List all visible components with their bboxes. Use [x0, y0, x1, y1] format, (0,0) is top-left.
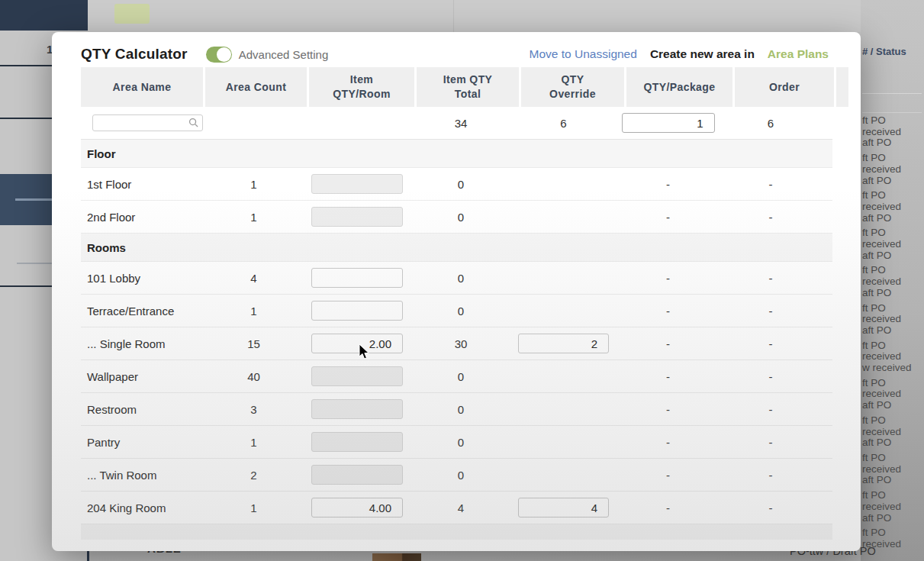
order-value: -	[721, 370, 820, 383]
item-qty-total: 0	[410, 305, 512, 318]
area-count: 1	[203, 178, 304, 191]
area-count: 1	[203, 211, 304, 224]
table-row: Restroom 3 0 - -	[81, 393, 832, 426]
column-header: Area Count	[205, 67, 307, 107]
order-value: -	[721, 436, 820, 449]
area-name: 1st Floor	[81, 178, 203, 191]
table-row: 101 Lobby 4 0 - -	[81, 262, 832, 295]
area-name: Wallpaper	[81, 370, 203, 383]
order-value: -	[721, 403, 820, 416]
item-qty-room-input[interactable]	[311, 334, 403, 353]
status-group: ft POreceivedaft PO	[862, 190, 924, 224]
item-qty-total: 4	[410, 501, 512, 514]
item-qty-room-input[interactable]	[311, 432, 403, 452]
qty-package-value: -	[615, 211, 721, 224]
area-count: 15	[203, 337, 304, 350]
section-row: Floor	[81, 140, 832, 168]
area-name: 204 King Room	[81, 501, 203, 514]
table-row: 204 King Room 1 4 - -	[81, 492, 832, 524]
qty-package-value: -	[615, 403, 721, 416]
toggle-knob	[217, 47, 231, 62]
area-name: Terrace/Entrance	[81, 305, 203, 318]
item-qty-total: 0	[410, 469, 512, 482]
product-thumbnail	[372, 553, 421, 561]
order-value: -	[721, 305, 820, 318]
status-group: ft POreceivedaft PO	[862, 153, 924, 186]
topbar-divider	[453, 0, 454, 32]
item-qty-total: 0	[410, 211, 512, 224]
qty-package-input[interactable]	[622, 113, 715, 133]
item-qty-total: 0	[410, 436, 512, 449]
table-row: Terrace/Entrance 1 0 - -	[81, 295, 832, 327]
status-group: ft POreceivedaft PO	[862, 227, 924, 261]
area-count: 2	[203, 469, 304, 482]
move-to-unassigned-link[interactable]: Move to Unassigned	[530, 47, 637, 61]
qty-table: Area NameArea CountItem QTY/RoomItem QTY…	[81, 67, 832, 540]
table-header-row: Area NameArea CountItem QTY/RoomItem QTY…	[81, 67, 832, 107]
column-header: QTY Override	[521, 67, 624, 107]
area-name: 101 Lobby	[81, 272, 203, 285]
qty-package-value: -	[615, 436, 721, 449]
background-status-panel: # / Status ft POreceivedaft POft POrecei…	[861, 0, 924, 561]
section-label: Rooms	[81, 241, 126, 254]
create-new-area-text: Create new area in	[650, 47, 755, 61]
advanced-setting-label: Advanced Setting	[239, 48, 329, 61]
column-header: Order	[735, 67, 834, 107]
table-row: 2nd Floor 1 0 - -	[81, 201, 832, 234]
summary-order: 6	[721, 117, 820, 130]
status-group: ft POreceivedaft PO	[862, 453, 924, 486]
item-qty-room-input[interactable]	[311, 207, 403, 227]
qty-package-value: -	[615, 272, 721, 285]
item-qty-room-input[interactable]	[311, 268, 403, 288]
column-header	[836, 67, 848, 107]
area-name: ... Single Room	[81, 337, 203, 350]
status-group: ft POreceivedaft PO	[862, 490, 924, 524]
qty-override-input[interactable]	[518, 498, 609, 517]
area-count: 3	[203, 403, 304, 416]
order-value: -	[721, 178, 820, 191]
item-qty-total: 0	[410, 403, 512, 416]
item-qty-total: 0	[410, 370, 512, 383]
item-qty-room-input[interactable]	[311, 366, 403, 386]
summary-item-qty-total: 34	[410, 117, 512, 130]
column-header: QTY/Package	[626, 67, 732, 107]
table-body: Floor 1st Floor 1 0 - - 2nd Floor 1 0 - …	[81, 140, 832, 524]
table-row: ... Single Room 15 30 - -	[81, 327, 832, 360]
qty-package-value: -	[615, 178, 721, 191]
table-row: ... Twin Room 2 0 - -	[81, 459, 832, 492]
table-footer	[81, 524, 832, 540]
summary-qty-override: 6	[512, 117, 615, 130]
qty-calculator-modal: QTY Calculator Advanced Setting Move to …	[52, 32, 861, 551]
advanced-setting-toggle[interactable]	[206, 47, 232, 63]
column-header: Item QTY/Room	[309, 67, 414, 107]
table-filter-row: 34 6 6	[81, 107, 832, 140]
item-qty-total: 0	[410, 178, 512, 191]
status-group: ft POreceivedaft PO	[862, 115, 924, 149]
area-count: 4	[203, 272, 304, 285]
section-label: Floor	[81, 147, 116, 160]
qty-override-input[interactable]	[518, 334, 609, 353]
area-name: ... Twin Room	[81, 469, 203, 482]
item-qty-room-input[interactable]	[311, 498, 403, 517]
order-value: -	[721, 337, 820, 350]
app-background: 1,000,0 43,5 42,7 1 : # / Status ft POre…	[0, 0, 924, 561]
area-search-input[interactable]	[92, 114, 203, 131]
item-qty-room-input[interactable]	[311, 301, 403, 321]
order-value: -	[721, 272, 820, 285]
area-count: 40	[203, 370, 304, 383]
item-qty-room-input[interactable]	[311, 465, 403, 485]
order-value: -	[721, 501, 820, 514]
status-column-header: # / Status	[862, 46, 906, 57]
qty-package-value: -	[615, 337, 721, 350]
status-list: ft POreceivedaft POft POreceivedaft POft…	[862, 115, 924, 554]
order-value: -	[721, 211, 820, 224]
background-green-chip	[114, 4, 150, 24]
qty-package-value: -	[615, 469, 721, 482]
area-plans-link[interactable]: Area Plans	[768, 47, 829, 61]
item-qty-room-input[interactable]	[311, 174, 403, 194]
order-value: -	[721, 469, 820, 482]
item-qty-total: 30	[410, 337, 512, 350]
modal-title: QTY Calculator	[81, 46, 188, 63]
divider	[862, 93, 922, 94]
item-qty-room-input[interactable]	[311, 399, 403, 419]
